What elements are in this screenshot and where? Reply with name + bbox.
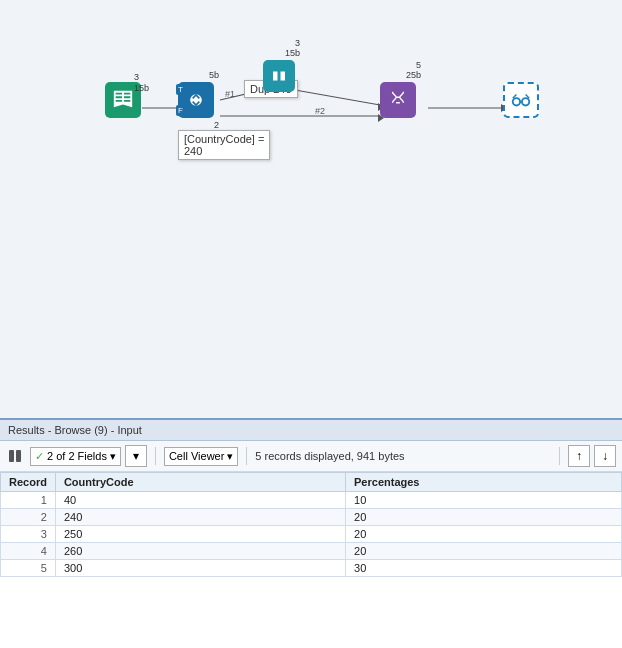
filter-f-label: F [176, 105, 185, 116]
tooltip-filter-condition: [CountryCode] =240 [178, 130, 270, 160]
svg-text:#1: #1 [225, 89, 235, 99]
cell-record: 5 [1, 560, 56, 577]
table-row: 224020 [1, 509, 622, 526]
results-panel: Results - Browse (9) - Input ✓ 2 of 2 Fi… [0, 418, 622, 648]
results-toolbar: ✓ 2 of 2 Fields ▾ ▾ Cell Viewer ▾ 5 reco… [0, 441, 622, 472]
table-row: 14010 [1, 492, 622, 509]
cell-countrycode: 260 [55, 543, 345, 560]
cell-viewer-label: Cell Viewer [169, 450, 224, 462]
cell-percentages: 10 [346, 492, 622, 509]
tooltip-filter-text: [CountryCode] =240 [184, 133, 264, 157]
table-row: 426020 [1, 543, 622, 560]
fields-dropdown-arrow: ▾ [110, 450, 116, 463]
results-header: Results - Browse (9) - Input [0, 420, 622, 441]
up-arrow-icon: ↑ [576, 449, 582, 463]
cell-percentages: 20 [346, 509, 622, 526]
down-arrow-icon: ↓ [602, 449, 608, 463]
svg-rect-14 [16, 450, 21, 462]
toolbar-divider-3 [559, 447, 560, 465]
cell-percentages: 20 [346, 543, 622, 560]
cell-countrycode: 240 [55, 509, 345, 526]
cell-viewer-dropdown[interactable]: Cell Viewer ▾ [164, 447, 238, 466]
table-row: 325020 [1, 526, 622, 543]
expand-down-icon: ▾ [133, 449, 139, 463]
filter-t-label: T [176, 84, 185, 95]
svg-text:#2: #2 [315, 106, 325, 116]
cell-countrycode: 300 [55, 560, 345, 577]
node-union-badge: 315b [285, 38, 300, 58]
table-body: 14010224020325020426020530030 [1, 492, 622, 577]
cell-percentages: 30 [346, 560, 622, 577]
cell-record: 3 [1, 526, 56, 543]
node-filter[interactable]: T F 5b 210b [178, 82, 214, 118]
svg-line-5 [295, 90, 380, 105]
node-input[interactable]: 315b [105, 82, 141, 118]
workflow-connections: #1 #2 [0, 0, 622, 419]
svg-rect-13 [9, 450, 14, 462]
col-percentages: Percentages [346, 473, 622, 492]
cell-viewer-arrow: ▾ [227, 450, 233, 463]
cell-percentages: 20 [346, 526, 622, 543]
node-join-badge: 525b [406, 60, 421, 80]
scroll-up-button[interactable]: ↑ [568, 445, 590, 467]
node-input-badge-top: 315b [134, 72, 149, 94]
data-table: Record CountryCode Percentages 140102240… [0, 472, 622, 577]
cell-record: 2 [1, 509, 56, 526]
results-header-text: Results - Browse (9) - Input [8, 424, 142, 436]
table-row: 530030 [1, 560, 622, 577]
fields-label: 2 of 2 Fields [47, 450, 107, 462]
svg-point-11 [513, 98, 520, 105]
node-join[interactable]: 525b [380, 82, 416, 118]
fields-dropdown[interactable]: ✓ 2 of 2 Fields ▾ [30, 447, 121, 466]
scroll-down-button[interactable]: ↓ [594, 445, 616, 467]
svg-point-12 [522, 98, 529, 105]
fields-expand-button[interactable]: ▾ [125, 445, 147, 467]
cell-countrycode: 250 [55, 526, 345, 543]
col-countrycode: CountryCode [55, 473, 345, 492]
node-filter-badge-t: 5b [209, 70, 219, 80]
toolbar-divider-1 [155, 447, 156, 465]
columns-icon[interactable] [6, 446, 26, 466]
col-record: Record [1, 473, 56, 492]
cell-record: 4 [1, 543, 56, 560]
node-browse[interactable] [503, 82, 539, 118]
node-union[interactable]: 315b [263, 60, 295, 92]
cell-countrycode: 40 [55, 492, 345, 509]
cell-record: 1 [1, 492, 56, 509]
workflow-canvas: #1 #2 315b T F 5b 210 [0, 0, 622, 420]
data-table-container: Record CountryCode Percentages 140102240… [0, 472, 622, 577]
check-icon: ✓ [35, 450, 44, 463]
toolbar-divider-2 [246, 447, 247, 465]
status-text: 5 records displayed, 941 bytes [255, 450, 551, 462]
